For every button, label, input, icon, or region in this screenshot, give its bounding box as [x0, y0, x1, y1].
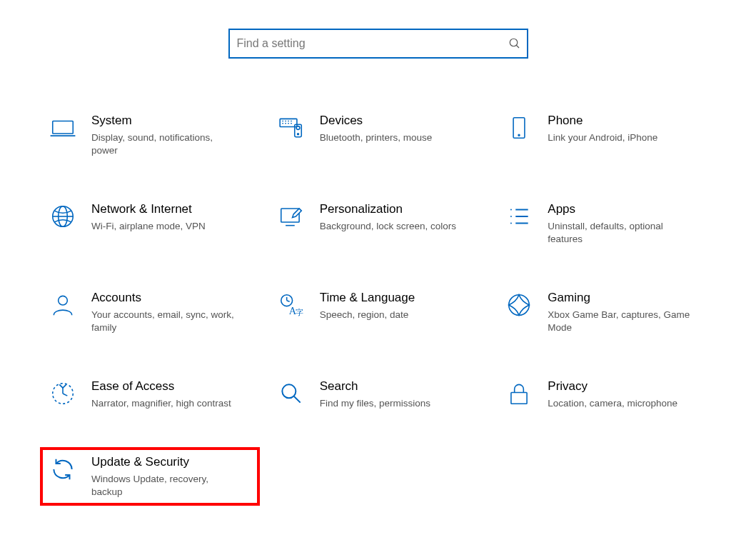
magnifier-icon — [276, 380, 307, 407]
phone-icon — [503, 114, 535, 141]
tile-desc: Display, sound, notifications, power — [91, 131, 241, 157]
tile-gaming[interactable]: Gaming Xbox Game Bar, captures, Game Mod… — [499, 286, 713, 339]
tile-desc: Background, lock screen, colors — [320, 220, 470, 233]
tile-desc: Your accounts, email, sync, work, family — [91, 309, 241, 334]
update-icon — [47, 456, 79, 483]
settings-home: System Display, sound, notifications, po… — [0, 0, 756, 545]
tile-title: System — [91, 113, 253, 129]
apps-icon — [503, 203, 535, 230]
tile-desc: Link your Android, iPhone — [548, 131, 697, 144]
ease-of-access-icon — [47, 380, 79, 407]
search-container — [228, 29, 528, 59]
accounts-icon — [47, 291, 79, 319]
personalization-icon — [276, 203, 307, 230]
system-icon — [47, 114, 79, 141]
tile-title: Gaming — [548, 290, 709, 306]
tile-title: Accounts — [91, 290, 253, 306]
tile-system[interactable]: System Display, sound, notifications, po… — [43, 109, 257, 161]
tile-desc: Bluetooth, printers, mouse — [320, 131, 470, 144]
tile-ease-of-access[interactable]: Ease of Access Narrator, magnifier, high… — [43, 374, 257, 414]
globe-icon — [47, 203, 79, 230]
tile-desc: Narrator, magnifier, high contrast — [91, 397, 241, 410]
svg-point-15 — [297, 134, 298, 135]
tile-title: Phone — [548, 113, 709, 129]
tile-phone[interactable]: Phone Link your Android, iPhone — [499, 109, 713, 161]
tile-time-language[interactable]: A 字 Time & Language Speech, region, date — [271, 286, 485, 339]
gaming-icon — [503, 291, 535, 319]
svg-point-29 — [59, 296, 68, 305]
svg-rect-41 — [511, 392, 527, 404]
devices-icon — [276, 114, 307, 141]
search-input[interactable] — [228, 29, 528, 59]
tile-title: Search — [320, 379, 481, 394]
svg-point-35 — [509, 295, 530, 316]
tile-personalization[interactable]: Personalization Background, lock screen,… — [271, 197, 485, 250]
tile-desc: Wi-Fi, airplane mode, VPN — [91, 220, 241, 233]
categories-grid: System Display, sound, notifications, po… — [0, 109, 756, 503]
tile-title: Personalization — [320, 201, 481, 217]
svg-rect-2 — [53, 121, 74, 134]
tile-apps[interactable]: Apps Uninstall, defaults, optional featu… — [499, 197, 713, 250]
tile-devices[interactable]: Devices Bluetooth, printers, mouse — [271, 109, 485, 161]
svg-point-39 — [282, 384, 296, 398]
tile-title: Time & Language — [320, 290, 481, 306]
svg-line-40 — [294, 396, 301, 403]
tile-desc: Windows Update, recovery, backup — [91, 473, 241, 499]
svg-line-38 — [63, 394, 67, 396]
tile-network[interactable]: Network & Internet Wi-Fi, airplane mode,… — [43, 197, 257, 250]
tile-desc: Xbox Game Bar, captures, Game Mode — [548, 309, 697, 334]
tile-accounts[interactable]: Accounts Your accounts, email, sync, wor… — [43, 286, 257, 339]
tile-title: Network & Internet — [91, 201, 253, 217]
time-language-icon: A 字 — [276, 291, 307, 319]
svg-text:字: 字 — [296, 308, 303, 316]
tile-desc: Find my files, permissions — [320, 397, 470, 410]
tile-title: Apps — [548, 201, 709, 217]
svg-line-32 — [286, 301, 289, 302]
tile-privacy[interactable]: Privacy Location, camera, microphone — [499, 374, 713, 414]
svg-point-14 — [296, 126, 300, 130]
tile-title: Update & Security — [91, 454, 253, 470]
tile-title: Devices — [320, 113, 481, 129]
svg-point-17 — [518, 134, 520, 136]
lock-icon — [503, 380, 535, 407]
tile-desc: Location, camera, microphone — [548, 397, 697, 410]
tile-title: Privacy — [548, 379, 709, 394]
tile-desc: Speech, region, date — [320, 309, 470, 321]
tile-desc: Uninstall, defaults, optional features — [548, 220, 697, 246]
tile-title: Ease of Access — [91, 379, 253, 394]
tile-update-security[interactable]: Update & Security Windows Update, recove… — [43, 450, 257, 503]
tile-search[interactable]: Search Find my files, permissions — [271, 374, 485, 414]
